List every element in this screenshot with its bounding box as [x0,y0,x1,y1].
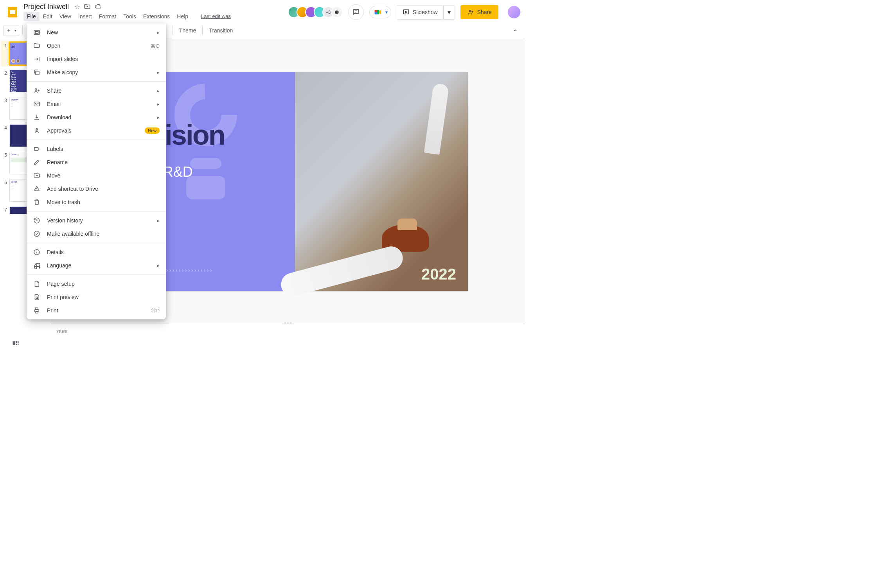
svg-rect-42 [16,341,17,343]
menu-print[interactable]: Print⌘P [27,304,166,317]
chevron-right-icon: ▸ [157,70,160,75]
speaker-notes[interactable]: otes [51,324,525,339]
svg-rect-44 [16,344,17,345]
menu-move-trash[interactable]: Move to trash [27,195,166,209]
slideshow-dropdown[interactable]: ▾ [444,5,455,20]
chevron-right-icon: ▸ [157,218,160,223]
menu-share[interactable]: Share▸ [27,84,166,97]
separator [27,211,166,212]
menu-tools[interactable]: Tools [120,12,140,21]
thumb-number: 1 [2,42,7,48]
account-avatar[interactable] [508,6,520,18]
svg-rect-5 [375,10,377,13]
menu-make-copy[interactable]: Make a copy▸ [27,66,166,79]
shortcut: ⌘P [151,308,160,314]
thumb-number: 7 [2,206,7,213]
separator [27,243,166,243]
menu-page-setup[interactable]: Page setup [27,277,166,290]
arrow-pattern: ›››››››››››››››› [163,266,212,274]
last-edit-link[interactable]: Last edit was [201,13,231,19]
share-button[interactable]: Share [460,5,498,19]
menu-view[interactable]: View [56,12,75,21]
chevron-right-icon: ▸ [157,88,160,93]
menu-open[interactable]: Open⌘O [27,39,166,52]
page-icon [33,280,41,288]
doc-title[interactable]: Project Inkwell [23,3,69,11]
thumb-number: 6 [2,179,7,185]
svg-rect-1 [10,10,15,14]
anonymous-icon[interactable]: ☻ [331,6,343,18]
notes-placeholder: otes [57,328,67,334]
new-badge: New [145,127,160,134]
menu-language[interactable]: Language▸ [27,259,166,272]
comments-button[interactable] [348,4,364,20]
svg-point-8 [469,10,471,12]
svg-point-34 [36,263,40,269]
svg-rect-19 [34,30,40,35]
chevron-right-icon: ▸ [157,263,160,268]
menu-add-shortcut[interactable]: Add shortcut to Drive [27,182,166,195]
svg-rect-21 [36,71,39,75]
folder-icon [33,42,41,50]
menu-extensions[interactable]: Extensions [140,12,173,21]
svg-rect-43 [18,341,19,343]
menu-labels[interactable]: Labels [27,142,166,156]
menu-print-preview[interactable]: Print preview [27,290,166,304]
meet-button[interactable]: ▼ [369,6,391,18]
trash-icon [33,198,41,206]
menu-details[interactable]: Details [27,246,166,259]
menu-edit[interactable]: Edit [40,12,56,21]
menu-format[interactable]: Format [95,12,120,21]
share-label: Share [477,9,492,15]
menu-insert[interactable]: Insert [75,12,95,21]
collapse-toolbar-icon[interactable] [509,25,522,36]
menu-version-history[interactable]: Version history▸ [27,214,166,227]
thumb-number: 5 [2,152,7,158]
menu-email[interactable]: Email▸ [27,97,166,111]
play-box-icon [403,9,410,16]
menu-move[interactable]: Move [27,169,166,182]
slides-app-icon[interactable] [5,4,20,20]
menu-rename[interactable]: Rename [27,156,166,169]
slideshow-button[interactable]: Slideshow [397,5,444,20]
svg-rect-17 [190,158,221,169]
print-icon [33,307,41,314]
menu-approvals[interactable]: ApprovalsNew [27,124,166,137]
svg-rect-20 [35,32,38,34]
preview-icon [33,293,41,301]
svg-rect-6 [375,12,377,14]
chevron-right-icon: ▸ [157,115,160,120]
menu-new[interactable]: New▸ [27,26,166,39]
drag-handle-icon[interactable] [284,322,291,324]
svg-rect-39 [36,308,38,310]
thumb-number: 3 [2,97,7,103]
transition-button[interactable]: Transition [206,25,236,36]
shortcut: ⌘O [151,43,160,49]
svg-point-22 [35,89,37,91]
thumb-number: 4 [2,124,7,131]
theme-button[interactable]: Theme [176,25,200,36]
person-add-icon [467,9,474,16]
person-add-icon [33,87,41,95]
slideshow-label: Slideshow [413,9,438,15]
menu-download[interactable]: Download▸ [27,111,166,124]
collaborator-avatars[interactable]: +3 ☻ [288,6,343,18]
new-slide-button[interactable]: ＋▾ [3,25,19,36]
menu-help[interactable]: Help [173,12,192,21]
star-icon[interactable]: ☆ [74,3,80,11]
download-icon [33,113,41,121]
separator [27,140,166,140]
move-folder-icon [33,172,41,179]
slide-year-text: 2022 [421,265,456,283]
cloud-status-icon[interactable] [95,3,102,10]
filmstrip-view-icon[interactable] [12,339,20,347]
svg-line-37 [38,298,38,299]
svg-point-32 [37,251,37,251]
drive-shortcut-icon [33,185,41,193]
move-folder-icon[interactable] [84,3,91,10]
menu-file[interactable]: File [23,12,40,21]
menu-import-slides[interactable]: Import slides [27,52,166,66]
info-icon [33,248,41,256]
divider [202,26,203,35]
menu-offline[interactable]: Make available offline [27,227,166,240]
